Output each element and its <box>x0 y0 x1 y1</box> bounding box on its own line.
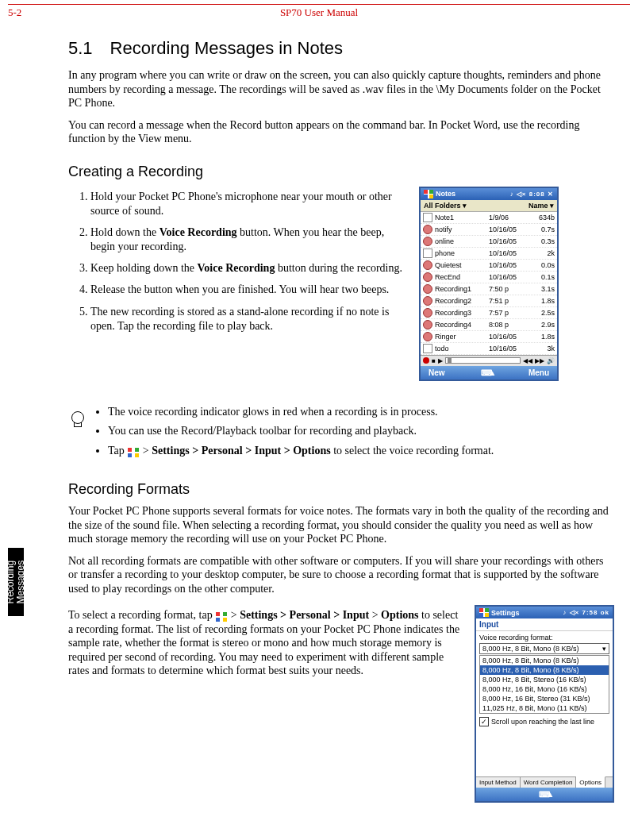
file-date: 10/16/05 <box>489 249 528 257</box>
next-icon: ▶▶ <box>535 357 544 364</box>
file-size: 3k <box>531 345 555 353</box>
file-icon <box>423 237 432 246</box>
start-icon <box>424 190 433 198</box>
file-date: 10/16/05 <box>489 273 528 281</box>
file-date: 7:50 p <box>489 285 528 293</box>
stop-icon: ■ <box>432 357 436 364</box>
file-date: 10/16/05 <box>489 237 528 245</box>
scroll-checkbox-row: ✓ Scroll upon reaching the last line <box>479 717 609 726</box>
list-item: online10/16/050.3s <box>421 236 557 248</box>
notes-title: Notes <box>436 190 455 198</box>
page-content: 5.1 Recording Messages in Notes In any p… <box>68 32 614 803</box>
list-item: Recording37:57 p2.5s <box>421 307 557 319</box>
file-name: Recording2 <box>435 297 486 305</box>
playback-toolbar: ■ ▶ ◀◀ ▶▶ 🔊 <box>421 355 557 366</box>
tab-input-method: Input Method <box>476 777 521 788</box>
format-option: 11,025 Hz, 8 Bit, Mono (11 KB/s) <box>480 703 609 713</box>
file-size: 2k <box>531 249 555 257</box>
file-date: 7:51 p <box>489 297 528 305</box>
file-date: 1/9/06 <box>489 214 528 222</box>
list-item: Quietest10/16/050.0s <box>421 260 557 272</box>
file-size: 1.8s <box>531 297 555 305</box>
file-size: 3.1s <box>531 285 555 293</box>
format-label: Voice recording format: <box>479 634 609 642</box>
file-icon <box>423 332 432 341</box>
file-size: 1.8s <box>531 333 555 341</box>
intro-para-1: In any program where you can write or dr… <box>68 68 614 110</box>
file-name: Recording4 <box>435 321 486 329</box>
chevron-down-icon: ▾ <box>602 645 606 653</box>
file-name: RecEnd <box>435 273 486 281</box>
step-3: Keep holding down the Voice Recording bu… <box>90 261 408 276</box>
file-icon <box>423 260 432 270</box>
softkey-menu: Menu <box>528 368 549 377</box>
tip-3: Tap > Settings > Personal > Input > Opti… <box>108 444 494 459</box>
formats-para-1: Your Pocket PC Phone supports several fo… <box>68 504 614 546</box>
settings-titlebar: Settings ♪ ◁× 7:58 ok <box>476 607 613 618</box>
notes-titlebar: Notes ♪ ◁× 8:08 ✕ <box>421 188 557 200</box>
file-date: 10/16/05 <box>489 225 528 233</box>
file-icon <box>423 296 432 306</box>
format-option: 8,000 Hz, 8 Bit, Stereo (16 KB/s) <box>480 675 609 684</box>
intro-para-2: You can record a message when the Record… <box>68 118 614 146</box>
file-icon <box>423 225 432 234</box>
file-name: Recording3 <box>435 309 486 317</box>
subheading-creating: Creating a Recording <box>68 164 614 180</box>
playback-slider <box>445 357 521 364</box>
step-5: The new recording is stored as a stand-a… <box>90 305 408 333</box>
subheading-formats: Recording Formats <box>68 481 614 498</box>
file-date: 8:08 p <box>489 321 528 329</box>
file-size: 0.7s <box>531 225 555 233</box>
list-item: Ringer10/16/051.8s <box>421 331 557 343</box>
settings-tabs: Input Method Word Completion Options <box>476 776 613 788</box>
scroll-checkbox-label: Scroll upon reaching the last line <box>491 718 594 726</box>
list-item: Recording17:50 p3.1s <box>421 283 557 295</box>
notes-softkeys: New ⌨▴ Menu <box>421 366 557 380</box>
list-item: Recording27:51 p1.8s <box>421 295 557 307</box>
step-2: Hold down the Voice Recording button. Wh… <box>90 225 408 254</box>
file-size: 0.0s <box>531 261 555 269</box>
file-name: notify <box>435 225 486 233</box>
speaker-icon: 🔊 <box>547 357 555 364</box>
format-combobox: 8,000 Hz, 8 Bit, Mono (8 KB/s)▾ <box>479 643 609 654</box>
file-icon <box>423 284 432 294</box>
file-size: 2.9s <box>531 321 555 329</box>
file-date: 10/16/05 <box>489 345 528 353</box>
list-item: phone10/16/052k <box>421 248 557 260</box>
list-item: RecEnd10/16/050.1s <box>421 272 557 283</box>
screenshot-notes: Notes ♪ ◁× 8:08 ✕ All Folders ▾ Name ▾ N… <box>419 187 559 381</box>
start-icon <box>216 611 227 621</box>
manual-title: SP70 User Manual <box>0 6 638 19</box>
file-name: Ringer <box>435 333 486 341</box>
tab-options: Options <box>576 776 605 788</box>
step-1: Hold your Pocket PC Phone's microphone n… <box>90 190 408 218</box>
list-item: todo10/16/053k <box>421 343 557 355</box>
tips-list: The voice recording indicator glows in r… <box>94 405 494 464</box>
file-icon <box>423 272 432 282</box>
formats-para-2: Not all recording formats are compatible… <box>68 554 614 596</box>
notes-list: Note11/9/06634bnotify10/16/050.7sonline1… <box>421 212 557 355</box>
steps-list: Hold your Pocket PC Phone's microphone n… <box>68 190 408 341</box>
tip-1: The voice recording indicator glows in r… <box>108 405 494 420</box>
section-tab: Recording Messages <box>8 548 24 616</box>
file-icon <box>423 308 432 318</box>
keyboard-icon: ⌨▴ <box>539 790 551 799</box>
sort-column: Name ▾ <box>528 202 554 210</box>
section-tab-label: Recording Messages <box>6 561 26 604</box>
top-rule <box>8 4 630 5</box>
file-date: 10/16/05 <box>489 333 528 341</box>
format-list: 8,000 Hz, 8 Bit, Mono (8 KB/s)8,000 Hz, … <box>479 655 609 714</box>
play-icon: ▶ <box>438 357 443 364</box>
file-size: 0.3s <box>531 237 555 245</box>
tips-block: The voice recording indicator glows in r… <box>68 405 614 464</box>
settings-softkeys: ⌨▴ <box>476 788 613 801</box>
format-option: 8,000 Hz, 16 Bit, Mono (16 KB/s) <box>480 684 609 694</box>
section-heading: 5.1 Recording Messages in Notes <box>68 38 614 59</box>
file-name: phone <box>435 249 486 257</box>
format-option: 8,000 Hz, 8 Bit, Mono (8 KB/s) <box>480 665 609 675</box>
file-size: 2.5s <box>531 309 555 317</box>
settings-title: Settings <box>491 609 520 617</box>
record-icon <box>423 357 429 364</box>
file-icon <box>423 249 432 258</box>
prev-icon: ◀◀ <box>523 357 532 364</box>
